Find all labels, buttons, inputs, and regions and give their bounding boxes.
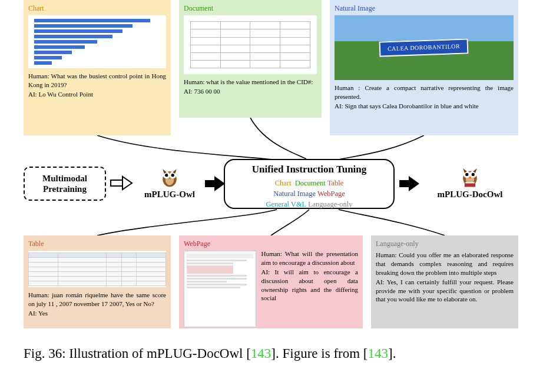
pretrain-label: Multimodal Pretraining <box>25 173 105 194</box>
table-qa: Human: juan román riquelme have the same… <box>28 291 166 318</box>
language-qa: Human: Could you offer me an elaborated … <box>376 251 514 304</box>
svg-marker-1 <box>122 177 132 190</box>
caption-prefix: Fig. 36: Illustration of mPLUG-DocOwl [ <box>24 346 251 361</box>
caption-mid: ]. Figure is from [ <box>271 346 367 361</box>
chart-qa: Human: What was the busiest control poin… <box>28 72 166 99</box>
caption-ref1: 143 <box>251 346 272 361</box>
table-ai: AI: Yes <box>28 309 166 318</box>
language-label: Language-only <box>376 239 514 248</box>
natural-thumbnail: CALEA DOROBANTILOR <box>335 15 514 80</box>
svg-rect-24 <box>465 183 475 187</box>
svg-rect-4 <box>399 180 409 187</box>
owl-icon <box>157 164 182 188</box>
svg-point-20 <box>472 173 475 176</box>
mplug-docowl-label: mPLUG-DocOwl <box>423 190 517 200</box>
document-ai: AI: 736 00 00 <box>184 87 317 96</box>
svg-point-10 <box>165 174 168 177</box>
document-qa: Human: what is the value mentioned in th… <box>184 78 317 96</box>
street-sign-plate: CALEA DOROBANTILOR <box>379 39 469 57</box>
natural-card: Natural Image CALEA DOROBANTILOR Human :… <box>330 0 518 135</box>
tag-chart: Chart <box>275 179 292 187</box>
document-human: Human: what is the value mentioned in th… <box>184 78 317 87</box>
chart-label: Chart <box>28 4 166 13</box>
caption-ref2: 143 <box>368 346 389 361</box>
webpage-ai: AI: It will aim to encourage a discussio… <box>261 268 358 303</box>
pretrain-box: Multimodal Pretraining <box>24 167 106 201</box>
natural-label: Natural Image <box>335 4 514 13</box>
unified-title: Unified Instruction Tuning <box>230 164 389 175</box>
natural-human: Human : Create a compact narrative repre… <box>335 84 514 101</box>
svg-rect-25 <box>465 182 475 184</box>
svg-point-19 <box>465 173 468 176</box>
svg-rect-0 <box>111 180 122 186</box>
svg-point-11 <box>171 174 174 177</box>
webpage-thumbnail <box>184 251 256 327</box>
webpage-human: Human: What will the presentation aim to… <box>261 250 358 267</box>
table-card: Table Human: juan román riquelme have th… <box>24 235 171 328</box>
language-card: Language-only Human: Could you offer me … <box>371 235 518 328</box>
tag-table: Table <box>327 179 344 187</box>
webpage-card: WebPage Human: What will the presentatio… <box>179 235 363 328</box>
chart-thumbnail <box>28 15 166 68</box>
webpage-qa: Human: What will the presentation aim to… <box>261 250 358 327</box>
natural-ai: AI: Sign that says Calea Dorobantilor in… <box>335 102 514 111</box>
language-human: Human: Could you offer me an elaborated … <box>376 251 514 277</box>
tag-document: Document <box>295 179 326 187</box>
table-human: Human: juan román riquelme have the same… <box>28 291 166 308</box>
caption-suffix: ]. <box>388 346 396 361</box>
language-ai: AI: Yes, I can certainly fulfill your re… <box>376 278 514 304</box>
tag-natural: Natural Image <box>273 190 316 198</box>
document-card: Document Human: what is the value mentio… <box>179 0 322 118</box>
svg-rect-2 <box>205 180 214 187</box>
chart-ai: AI: Lo Wu Control Point <box>28 90 166 99</box>
chart-card: Chart Human: What was the busiest contro… <box>24 0 171 135</box>
document-label: Document <box>184 4 317 13</box>
table-label: Table <box>28 239 166 248</box>
document-thumbnail <box>184 15 317 74</box>
table-thumbnail <box>28 251 166 287</box>
unified-box: Unified Instruction Tuning Chart Documen… <box>224 159 395 209</box>
mplug-docowl-box: mPLUG-DocOwl <box>423 164 517 200</box>
tag-webpage: WebPage <box>317 190 345 198</box>
natural-qa: Human : Create a compact narrative repre… <box>335 84 514 111</box>
mplug-owl-box: mPLUG-Owl <box>134 164 205 200</box>
docowl-icon <box>458 164 482 188</box>
unified-tags: Chart Document Table Natural Image WebPa… <box>230 178 389 210</box>
tag-general: General V&L <box>266 200 306 208</box>
webpage-label: WebPage <box>184 239 358 248</box>
mplug-owl-label: mPLUG-Owl <box>134 190 205 200</box>
diagram-figure: Chart Human: What was the busiest contro… <box>0 0 543 330</box>
tag-language: Language-only <box>308 200 353 208</box>
svg-marker-5 <box>409 176 419 191</box>
figure-caption: Fig. 36: Illustration of mPLUG-DocOwl [1… <box>24 344 518 363</box>
chart-human: Human: What was the busiest control poin… <box>28 72 166 89</box>
